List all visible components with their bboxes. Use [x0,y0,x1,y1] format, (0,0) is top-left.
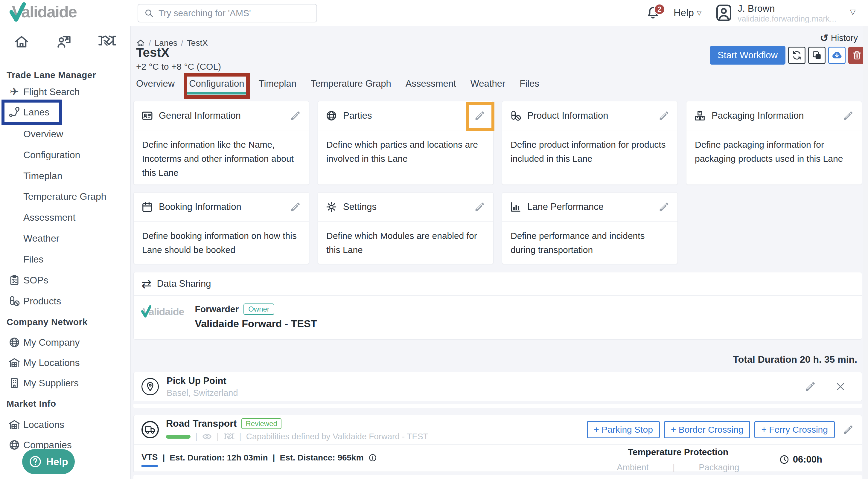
top-header: Validaide 2 Help ▽ J. Brown validaide.fo… [0,0,868,26]
tab-assessment[interactable]: Assessment [406,73,456,97]
edit-product-information-button[interactable] [658,110,670,121]
app-logo[interactable]: Validaide [12,2,76,21]
truck-icon [142,421,159,438]
config-cards-row-1: General Information Define information l… [133,101,862,185]
edit-booking-information-button[interactable] [290,201,301,213]
validaide-mini-logo: Validaide [143,306,184,318]
exchange-arrows-icon: ⇄ [142,278,152,290]
tab-overview[interactable]: Overview [136,73,175,97]
tab-temperature-graph[interactable]: Temperature Graph [311,73,391,97]
collapsed-segment-strip [133,404,862,408]
sidebar-item-timeplan[interactable]: Timeplan [0,167,130,184]
clock-icon [779,454,789,465]
tab-timeplan[interactable]: Timeplan [259,73,297,97]
warehouse-icon [8,357,21,369]
section-heading-market-info: Market Info [7,398,56,409]
pencil-icon [804,381,816,392]
card-booking-information: Booking Information Define booking infor… [133,192,309,264]
globe-icon [326,110,337,121]
est-distance: Est. Distance: 965km [280,453,364,462]
edit-lane-performance-button[interactable] [658,201,670,213]
download-button[interactable] [828,46,845,64]
main-content: / Lanes / TestX ↺ History TestX +2 °C to… [131,26,868,479]
sidebar-item-weather[interactable]: Weather [0,230,130,247]
sidebar-item-files[interactable]: Files [0,251,130,267]
handshake-icon[interactable] [98,34,116,48]
help-menu-label: Help [674,7,694,19]
pencil-icon [658,110,670,121]
owner-badge: Owner [244,304,274,315]
add-ferry-crossing-button[interactable]: + Ferry Crossing [754,421,835,438]
logo-check-icon [141,305,151,318]
gear-icon [326,201,337,213]
sidebar-item-products[interactable]: Products [0,293,130,310]
edit-parties-button[interactable] [474,110,486,121]
help-button[interactable]: Help [22,449,75,474]
help-menu[interactable]: Help ▽ [674,7,702,19]
info-icon[interactable] [369,454,377,462]
sidebar-item-my-suppliers[interactable]: My Suppliers [0,375,130,391]
route-icon [8,106,21,118]
tab-files[interactable]: Files [520,73,539,97]
sidebar-item-temperature-graph[interactable]: Temperature Graph [0,188,130,205]
pills-icon [8,295,21,307]
calendar-icon [142,201,153,213]
pill-icon [510,110,521,121]
trash-icon [852,50,862,60]
user-menu-chevron-icon[interactable]: ▽ [850,8,856,16]
notification-count-badge: 2 [654,4,665,15]
vts-tab[interactable]: VTS [142,452,158,463]
tab-weather[interactable]: Weather [470,73,505,97]
section-heading-company-network: Company Network [7,317,88,327]
add-border-crossing-button[interactable]: + Border Crossing [664,421,750,438]
packaging-label[interactable]: Packaging [699,462,739,472]
ambient-label[interactable]: Ambient [617,462,648,472]
edit-general-information-button[interactable] [290,110,301,121]
card-settings: Settings Define which Modules are enable… [318,192,494,264]
start-workflow-button[interactable]: Start Workflow [710,46,785,65]
pencil-icon [474,110,486,121]
tab-configuration[interactable]: Configuration [189,73,244,97]
sidebar-item-my-company[interactable]: My Company [0,334,130,351]
question-circle-icon [29,455,42,468]
vertical-scrollbar[interactable] [863,26,868,479]
duplicate-button[interactable] [808,46,826,64]
user-share-icon[interactable] [56,34,72,50]
sidebar-item-locations[interactable]: Locations [0,416,130,433]
sidebar-item-sops[interactable]: SOPs [0,272,130,289]
user-avatar[interactable] [715,4,733,22]
pencil-icon [290,110,301,121]
edit-packaging-information-button[interactable] [843,110,854,121]
pickup-point-card: Pick Up Point Basel, Switzerland [133,372,862,401]
pencil-icon [474,201,486,213]
add-parking-stop-button[interactable]: + Parking Stop [587,421,660,438]
id-card-icon [142,110,153,121]
card-packaging-information: Packaging Information Define packaging i… [686,101,862,185]
edit-pickup-button[interactable] [804,381,816,392]
sidebar-item-lanes[interactable]: Lanes [0,104,130,121]
clipboard-icon [8,275,21,286]
card-lane-performance: Lane Performance Define performance and … [502,192,678,264]
capabilities-note: Capabilities defined by Validaide Forwar… [246,432,428,441]
refresh-button[interactable] [788,46,805,64]
edit-settings-button[interactable] [474,201,486,213]
edit-road-transport-button[interactable] [843,424,854,435]
capability-progress-bar [166,435,190,439]
sharing-company: Validaide Forward - TEST [195,318,317,329]
remove-pickup-button[interactable] [835,382,845,392]
history-icon: ↺ [820,33,829,43]
handshake-icon[interactable] [224,433,235,441]
home-icon[interactable] [14,34,29,50]
eye-icon[interactable] [202,432,212,441]
next-segment-card-partial [133,475,862,479]
sidebar-item-assessment[interactable]: Assessment [0,209,130,226]
sidebar-item-overview[interactable]: Overview [0,126,130,142]
notifications-bell[interactable]: 2 [646,6,664,23]
user-name: J. Brown [738,3,775,14]
sidebar-item-my-locations[interactable]: My Locations [0,354,130,371]
sidebar-item-flight-search[interactable]: ✈ Flight Search [0,84,130,100]
search-input[interactable] [158,8,310,18]
history-link[interactable]: ↺ History [820,33,858,43]
data-sharing-card: ⇄ Data Sharing Validaide Forwarder Owner… [133,272,862,340]
sidebar-item-configuration[interactable]: Configuration [0,147,130,163]
